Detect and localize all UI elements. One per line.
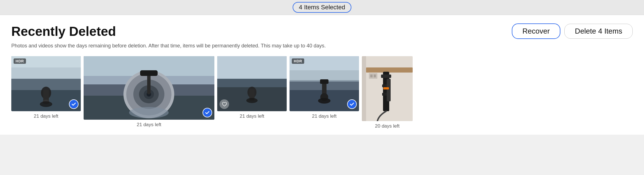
photo-item[interactable]: 21 days left	[84, 56, 214, 128]
days-label: 20 days left	[375, 123, 400, 129]
svg-rect-45	[381, 75, 391, 78]
check-circle	[347, 99, 357, 109]
svg-point-37	[318, 98, 330, 104]
days-label: 21 days left	[312, 113, 337, 119]
photo-thumbnail	[217, 56, 287, 111]
photo-thumbnail	[362, 56, 413, 121]
main-content: Recently Deleted Recover Delete 4 Items …	[0, 15, 644, 135]
svg-rect-43	[366, 67, 413, 73]
days-label: 21 days left	[240, 113, 264, 119]
hdr-badge: HDR	[292, 58, 304, 64]
check-circle	[203, 108, 212, 117]
svg-rect-24	[217, 56, 287, 79]
items-selected-badge: 4 Items Selected	[293, 2, 351, 13]
photo-grid: HDR 21 days left	[11, 56, 633, 129]
svg-rect-32	[290, 70, 359, 80]
svg-point-8	[40, 101, 52, 107]
hdr-badge: HDR	[14, 58, 26, 64]
svg-rect-20	[147, 73, 151, 94]
svg-rect-48	[387, 79, 391, 101]
photo-wrapper: HDR	[11, 56, 81, 111]
svg-point-22	[129, 107, 169, 118]
photo-thumbnail: HDR	[290, 56, 359, 111]
svg-rect-50	[369, 73, 377, 79]
photo-item[interactable]: HDR 21 days left	[290, 56, 359, 119]
svg-rect-21	[140, 70, 158, 76]
photo-item[interactable]: HDR 21 days left	[11, 56, 81, 119]
svg-point-29	[246, 98, 258, 103]
recover-button[interactable]: Recover	[512, 23, 561, 39]
svg-rect-49	[383, 87, 389, 89]
photo-item[interactable]: 20 days left	[362, 56, 413, 129]
svg-rect-41	[362, 56, 366, 121]
photo-wrapper: HDR	[290, 56, 359, 111]
check-circle	[69, 99, 79, 109]
photo-wrapper	[362, 56, 413, 121]
photo-wrapper	[84, 56, 214, 120]
photo-thumbnail: HDR	[11, 56, 81, 111]
top-bar: 4 Items Selected	[0, 0, 644, 15]
photo-wrapper	[217, 56, 287, 111]
subtitle: Photos and videos show the days remainin…	[11, 42, 633, 49]
heart-icon	[219, 99, 229, 109]
svg-rect-38	[320, 79, 328, 84]
svg-rect-2	[11, 67, 81, 79]
header-row: Recently Deleted Recover Delete 4 Items	[11, 23, 633, 39]
header-buttons: Recover Delete 4 Items	[512, 23, 633, 39]
photo-thumbnail	[84, 56, 214, 120]
days-label: 21 days left	[137, 122, 161, 128]
days-label: 21 days left	[34, 113, 58, 119]
photo-item[interactable]: 21 days left	[217, 56, 287, 119]
page-title: Recently Deleted	[11, 24, 116, 39]
svg-rect-52	[374, 75, 376, 77]
delete-button[interactable]: Delete 4 Items	[564, 24, 633, 39]
svg-rect-51	[370, 75, 373, 77]
